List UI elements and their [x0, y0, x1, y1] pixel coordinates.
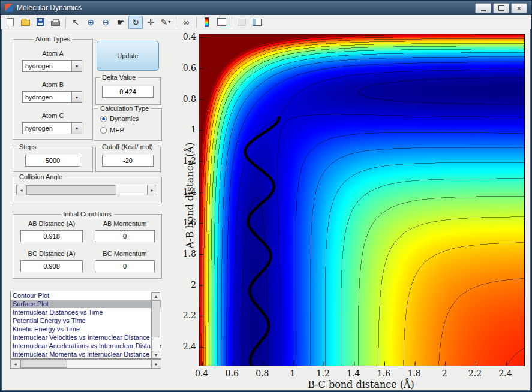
bc-distance-label: BC Distance (A) [20, 250, 83, 257]
scroll-right-icon[interactable]: ▸ [147, 185, 157, 195]
colorbar-icon [205, 17, 209, 27]
atom-c-value: hydrogen [23, 125, 71, 132]
list-item[interactable]: Potential Energy vs Time [11, 316, 161, 325]
plot-type-listbox[interactable]: Contour PlotSurface PlotInternuclear Dis… [10, 291, 161, 359]
rotate-3d-button[interactable]: ↻ [128, 16, 143, 29]
zoom-out-icon: ⊖ [102, 18, 109, 26]
panel-title: Steps [17, 143, 38, 150]
x-tick-label: 1.2 [317, 369, 330, 378]
toolbar-separator [176, 17, 176, 28]
title-bar[interactable]: Molecular Dynamics × [1, 1, 531, 15]
molecular-dynamics-window: Molecular Dynamics × ↖⊕⊖☛↻✛✎▾∞ Atom Type… [0, 0, 532, 392]
rotate-3d-icon: ↻ [132, 18, 139, 26]
x-tick-label: 0.8 [256, 369, 269, 378]
minimize-button[interactable] [475, 3, 491, 13]
edit-plot-button[interactable]: ↖ [68, 16, 83, 29]
new-figure-button[interactable] [3, 16, 17, 29]
calculation-type-panel: Calculation Type Dynamics MEP [94, 108, 162, 141]
scroll-left-icon[interactable]: ◂ [17, 185, 26, 195]
radio-dynamics-label: Dynamics [110, 115, 139, 122]
pan-hand-icon: ☛ [117, 18, 125, 26]
insert-legend-button[interactable] [214, 16, 229, 29]
cutoff-field[interactable] [102, 155, 154, 167]
list-item[interactable]: Internuclear Distances vs Time [11, 308, 161, 316]
atom-a-select[interactable]: hydrogen ▼ [22, 60, 82, 72]
close-button[interactable]: × [511, 3, 527, 13]
zoom-in-button[interactable]: ⊕ [83, 16, 98, 29]
list-item[interactable]: Contour Plot [11, 291, 161, 300]
show-plot-tools-button[interactable] [250, 16, 264, 29]
open-file-button[interactable] [18, 16, 32, 29]
chevron-down-icon[interactable]: ▼ [71, 92, 82, 102]
update-button[interactable]: Update [97, 41, 159, 71]
radio-selected-icon [100, 116, 107, 122]
close-icon: × [518, 5, 521, 11]
maximize-button[interactable] [493, 3, 509, 13]
insert-colorbar-button[interactable] [199, 16, 214, 29]
delta-value-panel: Delta Value [95, 77, 161, 105]
ab-distance-label: AB Distance (A) [20, 220, 83, 227]
panel-title: Collision Angle [17, 173, 65, 180]
collision-angle-slider[interactable]: ◂ ▸ [16, 185, 157, 195]
scrollbar-thumb[interactable] [20, 360, 67, 368]
delta-value-field[interactable] [102, 86, 154, 98]
plot-area: 0.40.60.811.21.41.61.822.22.4 0.40.60.81… [181, 29, 531, 391]
chevron-down-icon[interactable]: ▼ [71, 123, 82, 134]
toolbar-separator [65, 17, 66, 28]
window-title: Molecular Dynamics [17, 4, 82, 12]
list-item[interactable]: Internuclear Momenta vs Internuclear Dis… [11, 350, 161, 358]
plot-type-listbox-wrap: Contour PlotSurface PlotInternuclear Dis… [10, 291, 161, 369]
scroll-up-icon[interactable]: ▴ [152, 292, 160, 300]
slider-thumb[interactable] [26, 185, 116, 195]
y-tick-label: 2 [182, 280, 196, 290]
scroll-right-icon[interactable]: ▸ [151, 360, 161, 368]
steps-field[interactable] [25, 155, 80, 167]
link-plot-button[interactable]: ∞ [179, 16, 193, 29]
list-vertical-scrollbar[interactable]: ▴ ▾ [151, 292, 160, 359]
atom-c-select[interactable]: hydrogen ▼ [22, 122, 82, 134]
scrollbar-track[interactable] [20, 360, 151, 368]
brush-button[interactable]: ✎▾ [158, 16, 173, 29]
pan-button[interactable]: ☛ [113, 16, 128, 29]
list-item[interactable]: Kinetic Energy vs Time [11, 325, 161, 333]
x-tick-label: 1.8 [408, 369, 421, 378]
y-tick-label: 1.8 [182, 249, 196, 258]
list-item[interactable]: Internuclear Accelerations vs Internucle… [11, 342, 161, 350]
scroll-down-icon[interactable]: ▾ [152, 351, 160, 359]
bc-distance-field[interactable] [20, 260, 83, 272]
panel-title: Calculation Type [98, 105, 151, 112]
scroll-left-icon[interactable]: ◂ [11, 360, 20, 368]
toolbar-separator [232, 17, 232, 28]
slider-track[interactable] [26, 185, 147, 195]
data-cursor-button[interactable]: ✛ [143, 16, 158, 29]
bc-momentum-field[interactable] [95, 260, 155, 272]
radio-mep-label: MEP [110, 126, 124, 134]
pes-plot-canvas[interactable] [199, 34, 525, 366]
atom-b-select[interactable]: hydrogen ▼ [22, 91, 82, 103]
chevron-down-icon[interactable]: ▼ [71, 61, 82, 71]
link-plot-icon: ∞ [183, 18, 189, 26]
radio-unselected-icon [100, 127, 107, 134]
ab-momentum-field[interactable] [95, 230, 155, 242]
radio-mep[interactable]: MEP [100, 126, 124, 134]
save-figure-button[interactable] [33, 16, 47, 29]
y-tick-label: 2.2 [182, 310, 196, 320]
list-item[interactable]: Surface Plot [11, 300, 161, 308]
save-disk-icon [37, 18, 44, 26]
ab-distance-field[interactable] [20, 230, 83, 242]
figure-body: Atom Types Atom A hydrogen ▼ Atom B hydr… [1, 29, 531, 391]
steps-panel: Steps [13, 147, 93, 172]
atom-b-label: Atom B [13, 81, 92, 88]
show-plot-tools-icon [253, 19, 262, 26]
app-icon [5, 4, 13, 12]
x-tick-label: 1.6 [377, 369, 390, 378]
print-button[interactable] [48, 16, 62, 29]
chevron-down-icon: ▾ [168, 19, 170, 25]
panel-title: Delta Value [100, 74, 138, 81]
list-horizontal-scrollbar[interactable]: ◂ ▸ [10, 359, 161, 369]
list-item[interactable]: Internuclear Velocities vs Internuclear … [11, 333, 161, 342]
zoom-out-button[interactable]: ⊖ [98, 16, 113, 29]
radio-dynamics[interactable]: Dynamics [100, 115, 139, 122]
scrollbar-thumb[interactable] [152, 300, 160, 337]
panel-title: Initial Conditions [61, 210, 114, 218]
